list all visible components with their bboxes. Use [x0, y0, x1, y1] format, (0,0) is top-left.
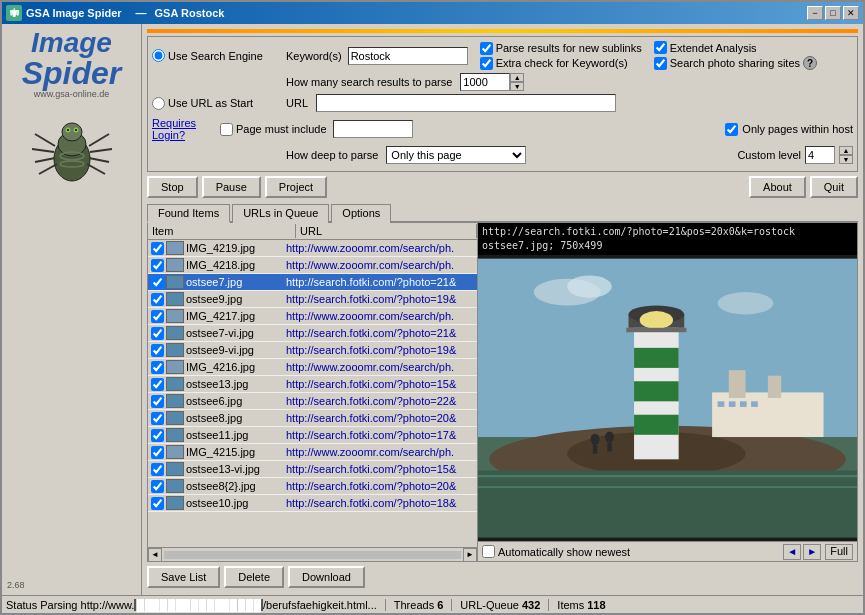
- row-checkbox[interactable]: [151, 497, 164, 510]
- table-row[interactable]: ostsee10.jpghttp://search.fotki.com/?pho…: [148, 495, 477, 512]
- row-checkbox-container: [148, 395, 166, 408]
- close-button[interactable]: ✕: [843, 6, 859, 20]
- svg-rect-53: [729, 370, 746, 398]
- only-pages-checkbox[interactable]: [725, 123, 738, 136]
- threads-value: 6: [437, 599, 443, 611]
- auto-show-checkbox[interactable]: [482, 545, 495, 558]
- tab-found-items[interactable]: Found Items: [147, 204, 230, 223]
- use-search-engine-radio[interactable]: [152, 49, 165, 62]
- url-input[interactable]: [316, 94, 616, 112]
- download-button[interactable]: Download: [288, 566, 365, 588]
- row-name: ostsee13-vi.jpg: [184, 463, 284, 475]
- svg-point-50: [605, 431, 614, 442]
- row-checkbox[interactable]: [151, 463, 164, 476]
- row-url: http://search.fotki.com/?photo=17&: [284, 429, 477, 441]
- row-checkbox[interactable]: [151, 293, 164, 306]
- page-include-input[interactable]: [333, 120, 413, 138]
- row-checkbox[interactable]: [151, 429, 164, 442]
- row-checkbox-container: [148, 446, 166, 459]
- table-row[interactable]: ostsee8{2}.jpghttp://search.fotki.com/?p…: [148, 478, 477, 495]
- parse-sublinks-label: Parse results for new sublinks: [496, 42, 642, 54]
- svg-rect-29: [167, 446, 183, 458]
- row-checkbox[interactable]: [151, 327, 164, 340]
- tab-options[interactable]: Options: [331, 204, 391, 223]
- table-row[interactable]: ostsee9.jpghttp://search.fotki.com/?phot…: [148, 291, 477, 308]
- row-checkbox[interactable]: [151, 395, 164, 408]
- gradient-bar: [147, 29, 858, 33]
- table-row[interactable]: ostsee13-vi.jpghttp://search.fotki.com/?…: [148, 461, 477, 478]
- table-row[interactable]: IMG_4215.jpghttp://www.zooomr.com/search…: [148, 444, 477, 461]
- save-list-button[interactable]: Save List: [147, 566, 220, 588]
- custom-level-down-button[interactable]: ▼: [839, 155, 853, 164]
- next-button[interactable]: ►: [803, 544, 821, 560]
- row-checkbox[interactable]: [151, 446, 164, 459]
- table-row[interactable]: IMG_4219.jpghttp://www.zooomr.com/search…: [148, 240, 477, 257]
- custom-level-input[interactable]: [805, 146, 835, 164]
- maximize-button[interactable]: □: [825, 6, 841, 20]
- page-include-checkbox[interactable]: [220, 123, 233, 136]
- prev-button[interactable]: ◄: [783, 544, 801, 560]
- quit-button[interactable]: Quit: [810, 176, 858, 198]
- row-checkbox-container: [148, 344, 166, 357]
- photo-sharing-checkbox[interactable]: [654, 57, 667, 70]
- use-url-radio[interactable]: [152, 97, 165, 110]
- svg-rect-58: [751, 401, 758, 407]
- table-row[interactable]: ostsee11.jpghttp://search.fotki.com/?pho…: [148, 427, 477, 444]
- row-thumbnail: [166, 258, 184, 272]
- table-row[interactable]: ostsee7.jpghttp://search.fotki.com/?phot…: [148, 274, 477, 291]
- table-row[interactable]: ostsee13.jpghttp://search.fotki.com/?pho…: [148, 376, 477, 393]
- svg-rect-42: [634, 381, 679, 401]
- row-checkbox[interactable]: [151, 412, 164, 425]
- use-search-engine-label: Use Search Engine: [168, 50, 263, 62]
- spin-up-button[interactable]: ▲: [510, 73, 524, 82]
- scroll-left-button[interactable]: ◄: [148, 548, 162, 562]
- horizontal-scrollbar[interactable]: ◄ ►: [148, 547, 477, 561]
- requires-link[interactable]: Requires: [152, 117, 196, 129]
- table-row[interactable]: ostsee6.jpghttp://search.fotki.com/?phot…: [148, 393, 477, 410]
- table-row[interactable]: ostsee7-vi.jpghttp://search.fotki.com/?p…: [148, 325, 477, 342]
- svg-rect-28: [167, 429, 183, 441]
- threads-label: Threads: [394, 599, 434, 611]
- tab-urls-in-queue[interactable]: URLs in Queue: [232, 204, 329, 223]
- row-checkbox[interactable]: [151, 242, 164, 255]
- stop-button[interactable]: Stop: [147, 176, 198, 198]
- full-button[interactable]: Full: [825, 544, 853, 560]
- row-url: http://www.zooomr.com/search/ph.: [284, 259, 477, 271]
- delete-button[interactable]: Delete: [224, 566, 284, 588]
- custom-level-up-button[interactable]: ▲: [839, 146, 853, 155]
- row-checkbox[interactable]: [151, 310, 164, 323]
- table-row[interactable]: ostsee9-vi.jpghttp://search.fotki.com/?p…: [148, 342, 477, 359]
- table-row[interactable]: IMG_4217.jpghttp://www.zooomr.com/search…: [148, 308, 477, 325]
- login-link[interactable]: Login?: [152, 129, 196, 141]
- table-row[interactable]: IMG_4218.jpghttp://www.zooomr.com/search…: [148, 257, 477, 274]
- items-item: Items 118: [557, 599, 605, 611]
- parse-sublinks-checkbox[interactable]: [480, 42, 493, 55]
- svg-line-8: [32, 149, 54, 152]
- search-engine-row: Use Search Engine Keyword(s) Rostock Par…: [152, 41, 853, 70]
- row-checkbox[interactable]: [151, 480, 164, 493]
- spin-down-button[interactable]: ▼: [510, 82, 524, 91]
- minimize-button[interactable]: −: [807, 6, 823, 20]
- url-label: URL: [286, 97, 308, 109]
- results-input[interactable]: [460, 73, 510, 91]
- table-row[interactable]: ostsee8.jpghttp://search.fotki.com/?phot…: [148, 410, 477, 427]
- row-thumbnail: [166, 326, 184, 340]
- keywords-input[interactable]: Rostock: [348, 47, 468, 65]
- depth-select[interactable]: Only this page: [386, 146, 526, 164]
- pause-button[interactable]: Pause: [202, 176, 261, 198]
- help-icon[interactable]: ?: [803, 56, 817, 70]
- extra-check-checkbox[interactable]: [480, 57, 493, 70]
- table-row[interactable]: IMG_4216.jpghttp://www.zooomr.com/search…: [148, 359, 477, 376]
- scroll-track[interactable]: [164, 551, 461, 559]
- project-button[interactable]: Project: [265, 176, 327, 198]
- row-checkbox[interactable]: [151, 276, 164, 289]
- row-checkbox[interactable]: [151, 378, 164, 391]
- photo-sharing-container: Search photo sharing sites ?: [654, 56, 817, 70]
- about-button[interactable]: About: [749, 176, 806, 198]
- list-scroll[interactable]: IMG_4219.jpghttp://www.zooomr.com/search…: [148, 240, 477, 547]
- row-checkbox[interactable]: [151, 361, 164, 374]
- scroll-right-button[interactable]: ►: [463, 548, 477, 562]
- extended-analysis-checkbox[interactable]: [654, 41, 667, 54]
- row-checkbox[interactable]: [151, 344, 164, 357]
- row-checkbox[interactable]: [151, 259, 164, 272]
